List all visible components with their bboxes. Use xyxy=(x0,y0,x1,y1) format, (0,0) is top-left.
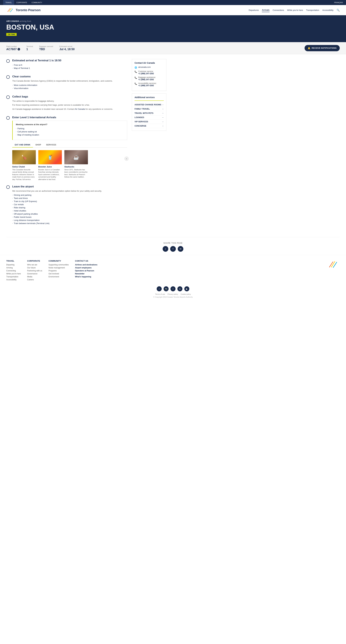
nav-while-here[interactable]: While you're here xyxy=(287,8,303,12)
footer-programs[interactable]: Programs xyxy=(48,270,69,272)
footer-our-future[interactable]: Our future xyxy=(27,267,42,269)
leave-link-public-transit[interactable]: Public transit buses xyxy=(14,216,31,218)
lang-toggle[interactable]: FRANÇAIS xyxy=(334,2,343,4)
footer-departing[interactable]: Departing xyxy=(6,264,21,266)
footer-transportation[interactable]: Transportation xyxy=(6,276,21,278)
footer-get-involved[interactable]: Get involved xyxy=(48,273,69,275)
footer-youtube-icon[interactable]: ▶ xyxy=(184,286,189,291)
footer-supporting[interactable]: Supporting communities xyxy=(48,264,69,266)
footer-travel-title: TRAVEL xyxy=(6,260,21,262)
service-link-change-rooms[interactable]: ASSISTED CHANGE ROOMS → xyxy=(135,103,164,107)
nav-arrivals[interactable]: Arrivals xyxy=(262,8,269,12)
leave-link-ride-sharing[interactable]: Ride sharing xyxy=(14,206,25,209)
leave-link-offairport[interactable]: Off-airport parking shuttles xyxy=(14,213,38,215)
meeting-link-parking[interactable]: Parking xyxy=(17,127,24,130)
flight-status-badge: ON TIME xyxy=(6,33,17,36)
privacy-link[interactable]: Privacy policy xyxy=(168,293,178,295)
footer-facebook-icon[interactable]: f xyxy=(171,286,175,291)
service-link-family-travel[interactable]: FAMILY TRAVEL → xyxy=(135,107,164,111)
footer-careers[interactable]: Careers xyxy=(27,278,42,281)
footer-columns: TRAVEL Departing Arriving Connecting Whi… xyxy=(6,260,340,282)
meeting-link-cellphone[interactable]: Cell phone waiting lot xyxy=(17,130,37,133)
leave-link-taxis[interactable]: Taxis and limos xyxy=(14,197,28,199)
service-link-lounges-text: LOUNGES xyxy=(135,116,144,118)
step-link-map-t1[interactable]: Map of Terminal 1 xyxy=(14,67,30,69)
step-links-2: More customs information Visa informatio… xyxy=(12,84,127,90)
air-canada-link[interactable]: Air Canada xyxy=(75,108,85,110)
contact-website-link[interactable]: aircanada.com xyxy=(138,66,151,68)
footer: TRAVEL Departing Arriving Connecting Whi… xyxy=(0,255,346,301)
step-link-wifi[interactable]: Free wi-fi xyxy=(14,64,22,66)
footer-connecting[interactable]: Connecting xyxy=(6,270,21,272)
search-icon[interactable]: 🔍 xyxy=(337,9,340,12)
footer-corporate-title: CORPORATE xyxy=(27,260,42,262)
store-next-arrow[interactable]: › xyxy=(124,156,129,161)
top-bar-community[interactable]: COMMUNITY xyxy=(29,0,44,5)
footer-partnering[interactable]: Partnering with us xyxy=(27,270,42,272)
terms-link[interactable]: Terms of use xyxy=(155,293,165,295)
flight-info-icon[interactable]: i xyxy=(17,48,20,50)
nav-transportation[interactable]: Transportation xyxy=(306,8,319,12)
leave-link-long-distance[interactable]: Long distance transportation xyxy=(14,219,39,222)
footer-noise[interactable]: Noise management xyxy=(48,267,69,269)
footer-newsletter[interactable]: Newsletter xyxy=(75,273,98,275)
baggage-value: TBD xyxy=(39,48,53,51)
nav-connections[interactable]: Connections xyxy=(273,8,284,12)
footer-environment[interactable]: Environment xyxy=(48,276,69,278)
top-bar-corporate[interactable]: CORPORATE xyxy=(14,0,29,5)
footer-whats-happening[interactable]: What's happening xyxy=(75,276,98,278)
footer-governance[interactable]: Governance xyxy=(27,273,42,275)
starbucks-name[interactable]: Starbucks xyxy=(64,166,88,168)
footer-airlines[interactable]: Airlines and destinations xyxy=(75,264,98,266)
step-title-2: Clear customs xyxy=(12,75,127,78)
leave-link-car-rentals[interactable]: Car rentals xyxy=(14,203,24,206)
logo-area[interactable]: Toronto Pearson xyxy=(6,7,41,13)
step-link-customs-info[interactable]: More customs information xyxy=(14,84,37,86)
footer-linkedin-icon[interactable]: in xyxy=(177,286,182,291)
share-email-icon[interactable]: ✉ xyxy=(178,246,183,252)
top-bar-travel[interactable]: TRAVEL xyxy=(3,0,14,5)
leave-link-hotel-shuttles[interactable]: Hotel shuttles xyxy=(14,210,26,212)
step-body-4: Enter Level 1 International Arrivals Mee… xyxy=(12,116,127,181)
booster-juice-name[interactable]: Booster Juice xyxy=(38,166,62,168)
service-link-pets[interactable]: TRAVEL WITH PETS → xyxy=(135,111,164,116)
cookie-link[interactable]: Cookie policy xyxy=(180,293,191,295)
tab-services[interactable]: SERVICES xyxy=(44,142,59,148)
flight-info-bar: Flight number AC7607 i Terminal 1 Baggag… xyxy=(0,42,346,54)
step-arrivals: Enter Level 1 International Arrivals Mee… xyxy=(6,116,127,181)
footer-legal: Terms of use Privacy policy Cookie polic… xyxy=(6,293,340,295)
step-link-visa[interactable]: Visa information xyxy=(14,87,28,90)
footer-arriving[interactable]: Arriving xyxy=(6,267,21,269)
footer-accessibility[interactable]: Accessibility xyxy=(6,278,21,281)
share-facebook-icon[interactable]: f xyxy=(170,246,176,252)
services-divider xyxy=(135,100,164,101)
step-title-5: Leave the airport xyxy=(12,185,127,188)
step-circle-4 xyxy=(6,116,10,120)
service-arrow-5: → xyxy=(162,120,164,123)
leave-link-driving[interactable]: Driving and parking xyxy=(14,194,31,196)
share-twitter-icon[interactable]: 𝕣 xyxy=(163,246,168,252)
service-arrow-3: → xyxy=(162,112,164,114)
service-link-concierge[interactable]: CONCIERGE → xyxy=(135,124,164,128)
footer-employees[interactable]: Airport employees xyxy=(75,267,98,269)
leave-link-terminal-link[interactable]: Train between terminals (Terminal Link) xyxy=(14,222,49,224)
nav-accessibility[interactable]: Accessibility xyxy=(322,8,334,12)
service-link-vip[interactable]: VIP SERVICES → xyxy=(135,120,164,124)
tab-eat-drink[interactable]: EAT AND DRINK xyxy=(12,142,33,148)
leave-link-up-express[interactable]: Train to city (UP Express) xyxy=(14,200,37,202)
footer-twitter-icon[interactable]: 𝕣 xyxy=(157,286,162,291)
footer-while-here[interactable]: While you're here xyxy=(6,273,21,275)
footer-media[interactable]: Media xyxy=(27,276,42,278)
footer-who-we-are[interactable]: Who we are xyxy=(27,264,42,266)
swiss-chalet-name[interactable]: Swiss Chalet xyxy=(12,166,36,168)
service-link-lounges[interactable]: LOUNGES → xyxy=(135,116,164,120)
notify-button[interactable]: 🔔 RECEIVE NOTIFICATIONS xyxy=(305,45,340,51)
nav-departures[interactable]: Departures xyxy=(249,8,259,12)
svg-line-3 xyxy=(329,262,333,267)
meeting-link-map[interactable]: Map of meeting location xyxy=(17,134,39,136)
footer-instagram-icon[interactable]: 📷 xyxy=(164,286,169,291)
tab-shop[interactable]: SHOP xyxy=(33,142,44,148)
content-left: Estimated arrival at Terminal 1 is 18:50… xyxy=(6,59,127,229)
step-body-3: Collect bags The airline is responsible … xyxy=(12,95,127,112)
footer-operators[interactable]: Operators at Pearson xyxy=(75,270,98,272)
